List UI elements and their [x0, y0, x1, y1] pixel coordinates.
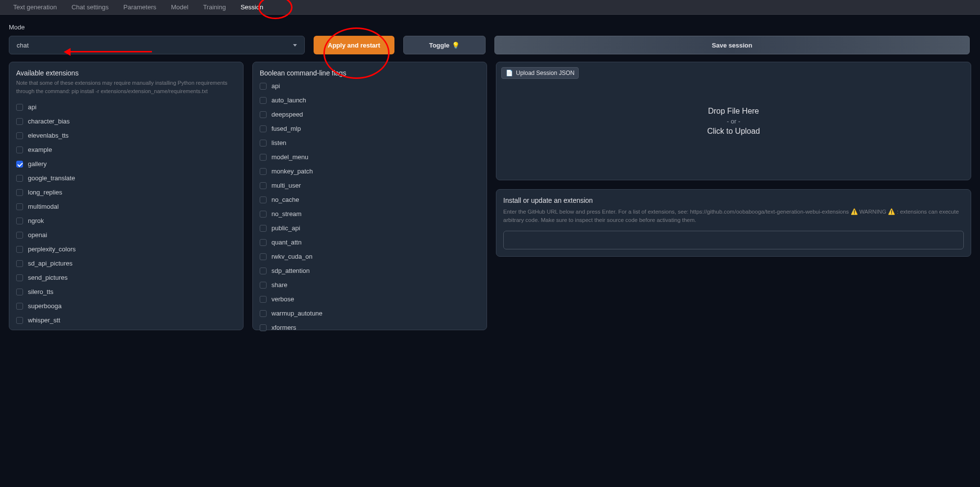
flag-item-no_cache[interactable]: no_cache [260, 193, 480, 207]
checkbox-label: long_replies [28, 189, 62, 196]
extension-item-superbooga[interactable]: superbooga [16, 299, 236, 313]
checkbox[interactable] [16, 232, 23, 239]
flag-item-model_menu[interactable]: model_menu [260, 150, 480, 164]
extension-item-example[interactable]: example [16, 143, 236, 157]
flag-item-warmup_autotune[interactable]: warmup_autotune [260, 306, 480, 320]
checkbox[interactable] [260, 83, 267, 90]
flag-item-sdp_attention[interactable]: sdp_attention [260, 264, 480, 278]
flag-item-xformers[interactable]: xformers [260, 320, 480, 335]
checkbox[interactable] [16, 289, 23, 295]
extension-item-sd_api_pictures[interactable]: sd_api_pictures [16, 256, 236, 270]
checkbox[interactable] [16, 246, 23, 253]
checkbox[interactable] [260, 154, 267, 161]
extension-item-ngrok[interactable]: ngrok [16, 214, 236, 228]
checkbox[interactable] [260, 211, 267, 218]
checkbox-label: whisper_stt [28, 317, 60, 324]
install-panel: Install or update an extension Enter the… [496, 189, 971, 257]
checkbox[interactable] [16, 132, 23, 139]
checkbox[interactable] [260, 182, 267, 189]
checkbox[interactable] [16, 175, 23, 182]
checkbox[interactable] [260, 168, 267, 175]
checkbox[interactable] [16, 161, 23, 168]
checkbox-label: auto_launch [271, 97, 306, 104]
checkbox-label: send_pictures [28, 274, 68, 281]
checkbox[interactable] [260, 125, 267, 132]
extension-item-multimodal[interactable]: multimodal [16, 199, 236, 214]
or-text: - or - [707, 118, 760, 125]
checkbox[interactable] [260, 296, 267, 303]
checkbox[interactable] [260, 97, 267, 104]
checkbox[interactable] [16, 274, 23, 281]
checkbox[interactable] [260, 239, 267, 246]
checkbox-label: no_stream [271, 210, 301, 218]
extension-item-api[interactable]: api [16, 100, 236, 114]
checkbox[interactable] [16, 146, 23, 153]
checkbox[interactable] [16, 303, 23, 310]
checkbox[interactable] [16, 104, 23, 111]
checkbox[interactable] [16, 317, 23, 324]
tab-model[interactable]: Model [164, 0, 196, 15]
flag-item-auto_launch[interactable]: auto_launch [260, 93, 480, 107]
flags-list: apiauto_launchdeepspeedfused_mlplistenmo… [260, 79, 480, 335]
upload-dropzone[interactable]: Drop File Here - or - Click to Upload [707, 107, 760, 136]
extension-item-openai[interactable]: openai [16, 228, 236, 242]
checkbox[interactable] [16, 260, 23, 267]
flag-item-quant_attn[interactable]: quant_attn [260, 235, 480, 249]
upload-badge[interactable]: 📄 Upload Session JSON [501, 67, 579, 79]
flag-item-monkey_patch[interactable]: monkey_patch [260, 164, 480, 178]
checkbox[interactable] [260, 140, 267, 146]
tab-text-generation[interactable]: Text generation [6, 0, 64, 15]
flag-item-no_stream[interactable]: no_stream [260, 207, 480, 221]
extension-item-elevenlabs_tts[interactable]: elevenlabs_tts [16, 128, 236, 143]
tab-parameters[interactable]: Parameters [116, 0, 164, 15]
drop-text: Drop File Here [707, 107, 760, 116]
flag-item-fused_mlp[interactable]: fused_mlp [260, 122, 480, 136]
flag-item-deepspeed[interactable]: deepspeed [260, 107, 480, 122]
flag-item-multi_user[interactable]: multi_user [260, 178, 480, 193]
upload-panel[interactable]: 📄 Upload Session JSON Drop File Here - o… [496, 62, 971, 180]
flag-item-share[interactable]: share [260, 278, 480, 292]
flag-item-api[interactable]: api [260, 79, 480, 93]
extension-item-silero_tts[interactable]: silero_tts [16, 285, 236, 299]
checkbox[interactable] [260, 225, 267, 232]
checkbox[interactable] [16, 189, 23, 196]
extension-item-gallery[interactable]: gallery [16, 157, 236, 171]
checkbox[interactable] [16, 118, 23, 125]
install-url-input[interactable] [503, 231, 964, 249]
checkbox-label: verbose [271, 295, 294, 303]
tab-chat-settings[interactable]: Chat settings [64, 0, 116, 15]
checkbox[interactable] [260, 282, 267, 289]
save-session-button[interactable]: Save session [494, 36, 970, 54]
extension-item-whisper_stt[interactable]: whisper_stt [16, 313, 236, 327]
flag-item-rwkv_cuda_on[interactable]: rwkv_cuda_on [260, 249, 480, 264]
extension-item-character_bias[interactable]: character_bias [16, 114, 236, 128]
checkbox[interactable] [260, 310, 267, 317]
checkbox[interactable] [260, 196, 267, 203]
flags-title: Boolean command-line flags [260, 69, 480, 77]
toggle-button[interactable]: Toggle 💡 [403, 36, 486, 54]
checkbox-label: warmup_autotune [271, 310, 322, 317]
tab-training[interactable]: Training [196, 0, 233, 15]
checkbox[interactable] [260, 268, 267, 274]
checkbox-label: fused_mlp [271, 125, 301, 132]
checkbox[interactable] [260, 324, 267, 331]
extension-item-long_replies[interactable]: long_replies [16, 185, 236, 199]
apply-restart-button[interactable]: Apply and restart [314, 36, 394, 54]
flag-item-public_api[interactable]: public_api [260, 221, 480, 235]
extensions-title: Available extensions [16, 69, 236, 77]
checkbox[interactable] [16, 218, 23, 224]
checkbox[interactable] [260, 253, 267, 260]
checkbox-label: ngrok [28, 217, 44, 224]
extension-item-perplexity_colors[interactable]: perplexity_colors [16, 242, 236, 256]
flag-item-verbose[interactable]: verbose [260, 292, 480, 306]
extension-item-google_translate[interactable]: google_translate [16, 171, 236, 185]
flag-item-listen[interactable]: listen [260, 136, 480, 150]
flags-panel: Boolean command-line flags apiauto_launc… [252, 62, 487, 330]
extension-item-send_pictures[interactable]: send_pictures [16, 270, 236, 285]
tab-session[interactable]: Session [233, 0, 270, 15]
mode-select[interactable]: chat [9, 36, 305, 54]
mode-value: chat [17, 42, 29, 49]
checkbox[interactable] [16, 203, 23, 210]
checkbox-label: xformers [271, 324, 296, 331]
checkbox[interactable] [260, 111, 267, 118]
